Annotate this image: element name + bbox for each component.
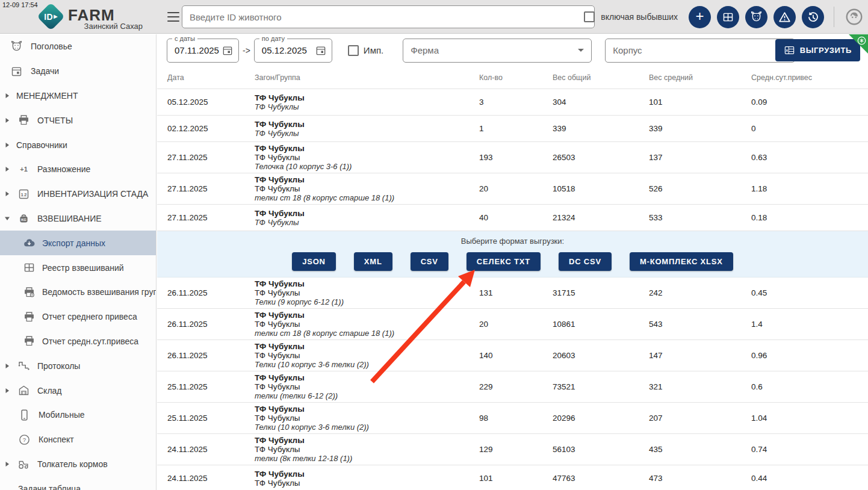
sidebar-item-pogolovye[interactable]: Поголовье (0, 34, 156, 59)
table-row[interactable]: 24.11.2025 ТФ ЧубуклыТФ Чубуклытелки (8к… (157, 434, 868, 465)
table-row[interactable]: 25.11.2025 ТФ ЧубуклыТФ Чубуклытелки (те… (157, 371, 868, 403)
export-format-panel: Выберите формат выгрузки: JSON XML CSV С… (157, 231, 868, 278)
cow-icon (10, 40, 23, 53)
sidebar: Поголовье Задачи МЕНЕДЖМЕНТ ОТЧЕТЫ Справ… (0, 34, 157, 490)
sidebar-item-vedomost-grupp[interactable]: Ведомость взвешивания групп (0, 280, 156, 305)
toolbar-separator (834, 7, 834, 27)
farm-placeholder: Ферма (411, 45, 578, 55)
table-row[interactable]: 24.11.2025 ТФ ЧубуклыТФ Чубуклы 101 4776… (157, 465, 868, 490)
sidebar-item-otchety[interactable]: ОТЧЕТЫ (0, 108, 156, 132)
history-icon (807, 11, 819, 23)
sidebar-item-sklad[interactable]: Склад (0, 378, 156, 403)
herd-inventory-icon (17, 188, 30, 200)
building-select[interactable]: Корпус (605, 39, 795, 63)
date-from-field[interactable]: с даты 07.11.2025 (167, 39, 239, 63)
chevron-right-icon (4, 388, 10, 394)
export-seleks-txt-button[interactable]: СЕЛЕКС TXT (467, 252, 541, 271)
table-row[interactable]: 02.12.2025 ТФ ЧубуклыТФ Чубуклы 1 339 33… (157, 116, 868, 142)
calendar-icon[interactable] (315, 45, 327, 57)
column-header-weight-total: Вес общий (553, 73, 649, 82)
alerts-button[interactable] (773, 6, 796, 28)
cloud-download-icon (23, 237, 36, 249)
date-from-value: 07.11.2025 (175, 45, 222, 55)
plus-icon: + (695, 9, 704, 23)
table-row[interactable]: 26.11.2025 ТФ ЧубуклыТФ ЧубуклыТелки (9 … (157, 278, 868, 309)
date-to-label: по дату (259, 35, 287, 42)
date-range-arrow: -> (243, 46, 250, 55)
warning-icon (778, 11, 791, 23)
sidebar-item-zadachi[interactable]: Задачи (0, 59, 156, 84)
sidebar-item-management[interactable]: МЕНЕДЖМЕНТ (0, 84, 156, 108)
animal-button[interactable] (745, 6, 767, 28)
date-to-value: 05.12.2025 (262, 45, 315, 55)
column-header-group: Загон/Группа (255, 73, 479, 82)
farm-select[interactable]: Ферма (403, 39, 592, 63)
printer-icon (17, 114, 30, 126)
sidebar-item-mobilnye[interactable]: Мобильные (0, 403, 156, 427)
chevron-right-icon (4, 166, 10, 172)
main-content: с даты 07.11.2025 -> по дату 05.12.2025 … (157, 34, 868, 490)
sidebar-item-vzveshivanie[interactable]: ВЗВЕШИВАНИЕ (0, 206, 156, 231)
table-header: Дата Загон/Группа Кол-во Вес общий Вес с… (157, 66, 868, 89)
avatar-face-icon (845, 7, 864, 26)
phone-icon (18, 409, 31, 421)
table-row[interactable]: 27.11.2025 ТФ ЧубуклыТФ Чубуклы 40 21324… (157, 205, 868, 231)
sidebar-item-zadachi-tablica[interactable]: Задачи таблица (0, 476, 156, 490)
sidebar-item-konspekt[interactable]: Конспект (0, 427, 156, 452)
menu-icon[interactable] (167, 12, 179, 22)
table-row[interactable]: 25.11.2025 ТФ ЧубуклыТФ ЧубуклыТелки (10… (157, 403, 868, 434)
chevron-right-icon (4, 93, 10, 99)
table-row[interactable]: 27.11.2025 ТФ ЧубуклыТФ Чубуклытелки ст … (157, 173, 868, 205)
history-button[interactable] (802, 6, 824, 28)
star-badge-icon (857, 36, 866, 45)
date-from-label: с даты (172, 35, 197, 42)
import-checkbox[interactable] (348, 45, 359, 56)
download-button[interactable]: ВЫГРУЗИТЬ (775, 39, 860, 61)
printer-icon (23, 311, 36, 323)
excel-icon (784, 45, 795, 56)
chevron-right-icon (4, 117, 10, 123)
table-row[interactable]: 26.11.2025 ТФ ЧубуклыТФ ЧубуклыТелки (10… (157, 340, 868, 371)
export-json-button[interactable]: JSON (292, 252, 336, 271)
chevron-down-icon (578, 49, 584, 52)
sidebar-item-otchet-srednego-privesa[interactable]: Отчет среднего привеса (0, 305, 156, 329)
table-row[interactable]: 05.12.2025 ТФ ЧубуклыТФ Чубуклы 3 304 10… (157, 89, 868, 116)
column-header-daily-gain: Средн.сут.привес (751, 73, 868, 82)
table-row[interactable]: 26.11.2025 ТФ ЧубуклыТФ Чубуклытелки ст … (157, 309, 868, 340)
add-button[interactable]: + (689, 6, 711, 28)
chevron-right-icon (4, 142, 10, 148)
chevron-right-icon (4, 191, 10, 197)
app-logo: ID▶ FARM Заинский Сахар (0, 0, 157, 34)
sidebar-item-reestr-vzveshivaniy[interactable]: Реестр взвешиваний (0, 255, 156, 280)
chevron-down-icon (4, 216, 10, 222)
date-to-field[interactable]: по дату 05.12.2025 (254, 39, 332, 63)
filter-bar: с даты 07.11.2025 -> по дату 05.12.2025 … (157, 34, 868, 66)
search-input[interactable] (182, 5, 595, 28)
include-removed-checkbox[interactable] (584, 11, 595, 22)
import-label: Имп. (364, 45, 383, 55)
include-removed-label: включая выбывших (601, 12, 678, 22)
registry-button[interactable] (717, 6, 739, 28)
sidebar-item-protokoly[interactable]: Протоколы (0, 353, 156, 378)
table-row[interactable]: 27.11.2025 ТФ ЧубуклыТФ ЧубуклыТелочка (… (157, 142, 868, 173)
sidebar-item-spravochniki[interactable]: Справочники (0, 132, 156, 157)
export-dc-csv-button[interactable]: DC CSV (559, 252, 612, 271)
plus-one-icon (17, 163, 30, 176)
sidebar-item-razmnozhenie[interactable]: Размножение (0, 157, 156, 182)
table-grid-icon (23, 261, 36, 274)
sidebar-item-otchet-sredn-sut-privesa[interactable]: Отчет средн.сут.привеса (0, 329, 156, 354)
column-header-weight-avg: Вес средний (649, 73, 751, 82)
export-xml-button[interactable]: XML (354, 252, 392, 271)
export-csv-button[interactable]: CSV (411, 252, 448, 271)
sidebar-item-eksport-dannyh[interactable]: Экспорт данных (0, 231, 156, 255)
export-m-kompleks-xlsx-button[interactable]: М-КОМПЛЕКС XLSX (630, 252, 733, 271)
chevron-right-icon (4, 363, 10, 369)
calendar-icon[interactable] (222, 45, 234, 57)
user-avatar[interactable] (844, 7, 864, 27)
top-bar: 12-09 17:54 ID▶ FARM Заинский Сахар вклю… (0, 0, 868, 34)
printer-icon (23, 335, 36, 347)
sidebar-item-tolkatel-kormov[interactable]: Толкатель кормов (0, 452, 156, 477)
printer-eye-icon (23, 286, 36, 299)
calendar-icon (10, 65, 23, 78)
sidebar-item-inventarizaciya[interactable]: ИНВЕНТАРИЗАЦИЯ СТАДА (0, 182, 156, 206)
